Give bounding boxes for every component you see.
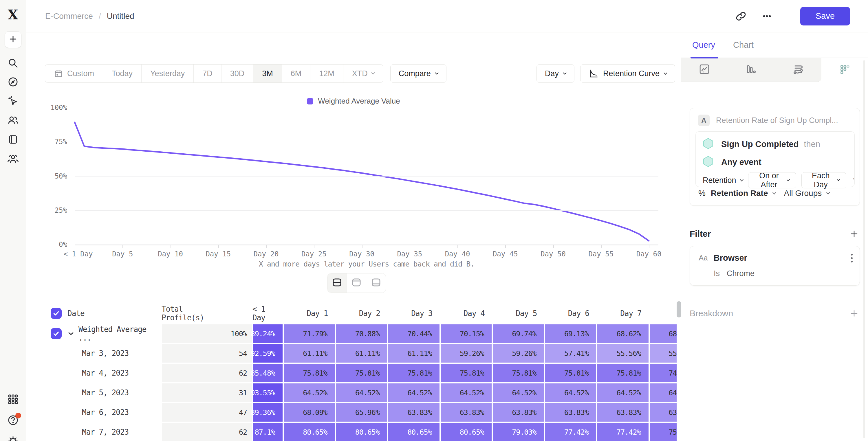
x-tick (122, 245, 123, 248)
date-range-today[interactable]: Today (103, 65, 142, 83)
query-title[interactable]: Retention Rate of Sign Up Compl... (716, 116, 838, 125)
tab-bar-chart[interactable] (728, 58, 775, 82)
retention-cell: 63.83% (388, 403, 440, 422)
retention-cell: 80.65% (283, 422, 336, 441)
chart-top-view-button[interactable] (366, 274, 386, 292)
chevron-down-icon (837, 178, 840, 181)
apps-grid-icon[interactable] (7, 393, 20, 406)
date-range-7d[interactable]: 7D (194, 65, 221, 83)
add-breakdown-button[interactable] (849, 308, 859, 319)
retention-cell: 61.11% (388, 344, 440, 363)
breakdown-section-header: Breakdown (690, 308, 859, 319)
retention-cell: 77.42% (545, 422, 597, 441)
x-axis-label: Day 20 (254, 250, 279, 258)
new-report-button[interactable] (5, 31, 22, 48)
date-range-12m[interactable]: 12M (310, 65, 343, 83)
split-view-button[interactable] (328, 274, 347, 292)
x-axis-label: Day 10 (158, 250, 183, 258)
measure-dropdown[interactable]: Retention (703, 176, 743, 185)
panel-scrollbar[interactable] (863, 60, 865, 438)
toolbar: CustomTodayYesterday7D30D3M6M12MXTD Comp… (45, 64, 675, 83)
notification-dot (16, 413, 21, 418)
retention-cell: 63.83% (597, 403, 649, 422)
compare-button[interactable]: Compare (390, 64, 446, 83)
retention-grid-icon (839, 63, 851, 77)
help-icon[interactable] (7, 414, 20, 427)
retention-cell: 89.36% (252, 403, 283, 422)
total-profiles-cell: 62 (161, 363, 252, 383)
more-options-icon[interactable] (761, 10, 773, 23)
profiles-users-icon[interactable] (7, 114, 20, 126)
event-row-first[interactable]: Sign Up Completed then (696, 135, 855, 153)
expand-row-icon[interactable] (68, 332, 74, 336)
date-range-yesterday[interactable]: Yesterday (142, 65, 194, 83)
event-name: Sign Up Completed (721, 139, 799, 149)
table-row-label: Mar 6, 2023 (45, 403, 161, 422)
x-tick (505, 245, 506, 248)
retention-cell: 80.65% (440, 422, 493, 441)
date-range-custom[interactable]: Custom (45, 65, 103, 83)
tab-flows[interactable] (775, 58, 822, 82)
search-icon[interactable] (7, 57, 20, 69)
x-axis: < 1 DayDay 5Day 10Day 15Day 20Day 25Day … (75, 245, 658, 260)
tab-retention-grid[interactable] (822, 58, 868, 82)
filter-operator[interactable]: Is (714, 269, 720, 278)
date-range-xtd[interactable]: XTD (343, 65, 383, 83)
column-header-day-3: Day 3 (388, 303, 440, 324)
retention-cell: 75.81% (649, 422, 677, 441)
chart-type-dropdown[interactable]: Retention Curve (580, 64, 675, 83)
audience-group-icon[interactable] (7, 153, 20, 165)
gridline-50: 50% (75, 176, 658, 177)
date-range-3m[interactable]: 3M (253, 65, 282, 83)
app-root: X (0, 0, 868, 441)
filter-menu-icon[interactable] (851, 254, 852, 262)
retention-cell: 75.81% (388, 363, 440, 383)
settings-gear-icon[interactable] (7, 435, 20, 441)
group-scope-dropdown[interactable]: All Groups (784, 189, 822, 198)
retention-cell: 64.52% (336, 383, 388, 403)
x-tick (75, 245, 75, 248)
x-axis-label: Day 15 (206, 250, 231, 258)
retention-cell: 64.52% (649, 383, 677, 403)
filter-value[interactable]: Chrome (727, 269, 754, 278)
add-filter-button[interactable] (849, 229, 859, 239)
tab-chart[interactable]: Chart (733, 40, 754, 50)
select-all-checkbox[interactable] (51, 308, 62, 319)
retention-cell: 75.81% (545, 363, 597, 383)
clipped-element: ’ (852, 176, 855, 185)
interval-dropdown[interactable]: Each Day (801, 172, 846, 188)
retention-cell: 69.74% (492, 324, 545, 344)
table-vertical-scrollbar[interactable] (677, 301, 681, 317)
filter-property[interactable]: Browser (714, 253, 747, 263)
breadcrumb-current[interactable]: Untitled (107, 11, 134, 21)
retention-chart: 0%25%50%75%100% (75, 108, 658, 245)
x-axis-label: Day 60 (637, 250, 661, 258)
calendar-icon (54, 69, 63, 78)
granularity-dropdown[interactable]: Day (536, 64, 575, 83)
retention-cell: 69.13% (545, 324, 597, 344)
retention-cell: 64.52% (545, 383, 597, 403)
date-range-30d[interactable]: 30D (221, 65, 254, 83)
retention-cell: 75.81% (492, 363, 545, 383)
filter-card: Aa Browser Is Chrome (690, 246, 860, 286)
save-button[interactable]: Save (800, 7, 850, 26)
notebook-panel-icon[interactable] (7, 133, 20, 146)
tab-insights-chart[interactable] (681, 58, 728, 82)
row-checkbox[interactable] (51, 328, 62, 339)
date-range-6m[interactable]: 6M (282, 65, 311, 83)
metric-dropdown[interactable]: Retention Rate (711, 189, 768, 198)
retention-cell: 65.96% (336, 403, 388, 422)
operator-dropdown[interactable]: On or After (748, 172, 796, 188)
column-header-day-4: Day 4 (440, 303, 493, 324)
chart-legend[interactable]: Weighted Average Value (26, 97, 681, 106)
copy-link-icon[interactable] (735, 10, 747, 23)
app-logo[interactable]: X (5, 6, 21, 23)
metric-row: % Retention Rate All Groups (698, 189, 830, 198)
event-row-return[interactable]: Any event (696, 153, 855, 171)
explore-compass-icon[interactable] (7, 75, 20, 88)
tab-query[interactable]: Query (692, 40, 715, 50)
table-top-view-button[interactable] (347, 274, 366, 292)
column-header--1-day: < 1 Day (252, 303, 283, 324)
breadcrumb-parent[interactable]: E-Commerce (45, 11, 93, 21)
magic-cursor-icon[interactable] (7, 95, 20, 108)
